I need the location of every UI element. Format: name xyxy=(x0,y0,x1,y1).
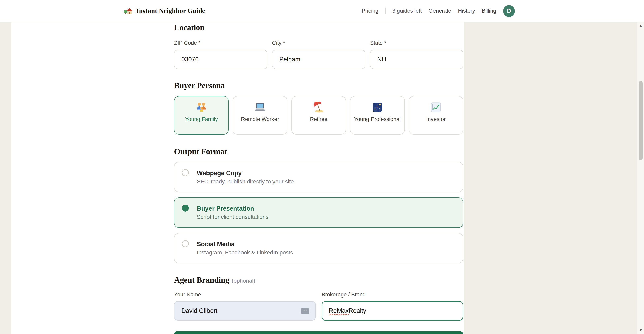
zip-field: ZIP Code * xyxy=(174,40,268,69)
state-input[interactable] xyxy=(370,50,463,69)
scroll-down-arrow[interactable]: ▼ xyxy=(637,328,644,332)
your-name-field: Your Name ⋯ xyxy=(174,291,316,320)
format-title: Social Media xyxy=(197,240,293,249)
scrollbar-thumb[interactable] xyxy=(639,81,642,160)
output-format-heading: Output Format xyxy=(174,147,227,156)
format-social-media[interactable]: Social Media Instagram, Facebook & Linke… xyxy=(174,233,463,263)
nav-divider xyxy=(385,8,386,15)
persona-label: Remote Worker xyxy=(240,116,281,123)
your-name-input-wrap: ⋯ xyxy=(174,301,316,320)
state-label: State * xyxy=(370,40,463,47)
generate-button[interactable] xyxy=(174,331,463,334)
radio-unselected-icon[interactable] xyxy=(182,240,189,247)
user-avatar[interactable]: D xyxy=(503,5,515,17)
your-name-input[interactable] xyxy=(174,301,316,320)
family-icon xyxy=(196,102,207,113)
your-name-label: Your Name xyxy=(174,291,316,298)
guides-left-badge: 3 guides left xyxy=(392,8,422,14)
nav-history[interactable]: History xyxy=(458,8,475,14)
persona-young-professional[interactable]: Young Professional xyxy=(350,96,404,135)
persona-label: Retiree xyxy=(308,116,329,123)
location-heading: Location xyxy=(174,23,204,33)
house-logo-icon xyxy=(124,7,133,16)
form-content: Location ZIP Code * City * State * Buyer… xyxy=(174,22,463,334)
format-option-text: Social Media Instagram, Facebook & Linke… xyxy=(197,237,293,257)
persona-retiree[interactable]: Retiree xyxy=(292,96,346,135)
chart-up-icon xyxy=(430,102,442,113)
city-label: City * xyxy=(272,40,366,47)
radio-unselected-icon[interactable] xyxy=(182,169,189,176)
autofill-icon[interactable]: ⋯ xyxy=(301,308,309,314)
persona-label: Young Professional xyxy=(352,116,402,123)
beach-umbrella-icon xyxy=(313,102,324,113)
brokerage-field: Brokerage / Brand ReMax Realty xyxy=(322,291,463,320)
persona-remote-worker[interactable]: Remote Worker xyxy=(233,96,287,135)
agent-branding-title: Agent Branding xyxy=(174,275,230,284)
city-field: City * xyxy=(272,40,366,69)
zip-label: ZIP Code * xyxy=(174,40,268,47)
persona-label: Young Family xyxy=(183,116,219,123)
city-input[interactable] xyxy=(272,50,366,69)
city-night-icon xyxy=(372,102,383,113)
brokerage-value-rest: Realty xyxy=(348,307,366,314)
brokerage-value-misspelled: ReMax xyxy=(329,307,348,314)
nav-pricing[interactable]: Pricing xyxy=(362,8,378,14)
format-option-text: Buyer Presentation Script for client con… xyxy=(197,202,268,221)
persona-label: Investor xyxy=(425,116,447,123)
brokerage-label: Brokerage / Brand xyxy=(322,291,463,298)
format-subtitle: SEO-ready, publish directly to your site xyxy=(197,178,294,186)
persona-investor[interactable]: Investor xyxy=(409,96,463,135)
laptop-icon xyxy=(254,102,266,113)
format-title: Webpage Copy xyxy=(197,169,294,178)
buyer-persona-heading: Buyer Persona xyxy=(174,81,224,90)
agent-branding-heading: Agent Branding(optional) xyxy=(174,275,255,286)
state-field: State * xyxy=(370,40,463,69)
format-subtitle: Script for client consultations xyxy=(197,213,268,221)
brand-title: Instant Neighbor Guide xyxy=(136,7,205,15)
nav-generate[interactable]: Generate xyxy=(428,8,451,14)
brand[interactable]: Instant Neighbor Guide xyxy=(124,0,205,22)
persona-young-family[interactable]: Young Family xyxy=(174,96,228,135)
location-fields: ZIP Code * City * State * xyxy=(174,40,463,69)
zip-input[interactable] xyxy=(174,50,268,69)
scrollbar[interactable]: ▲ ▼ xyxy=(637,22,644,334)
scroll-up-arrow[interactable]: ▲ xyxy=(637,24,644,28)
nav: Pricing 3 guides left Generate History B… xyxy=(362,0,515,22)
top-navbar: Instant Neighbor Guide Pricing 3 guides … xyxy=(0,0,644,22)
nav-billing[interactable]: Billing xyxy=(482,8,496,14)
page: Instant Neighbor Guide Pricing 3 guides … xyxy=(0,0,644,334)
persona-options: Young Family Remote Worker Ret xyxy=(174,96,463,135)
format-option-text: Webpage Copy SEO-ready, publish directly… xyxy=(197,166,294,186)
format-subtitle: Instagram, Facebook & LinkedIn posts xyxy=(197,249,293,257)
format-buyer-presentation[interactable]: Buyer Presentation Script for client con… xyxy=(174,197,463,228)
format-title: Buyer Presentation xyxy=(197,204,268,213)
brokerage-input[interactable]: ReMax Realty xyxy=(322,301,463,320)
branding-fields: Your Name ⋯ Brokerage / Brand ReMax Real… xyxy=(174,291,463,320)
format-webpage-copy[interactable]: Webpage Copy SEO-ready, publish directly… xyxy=(174,162,463,192)
optional-label: (optional) xyxy=(232,278,256,284)
radio-selected-icon[interactable] xyxy=(182,205,189,212)
